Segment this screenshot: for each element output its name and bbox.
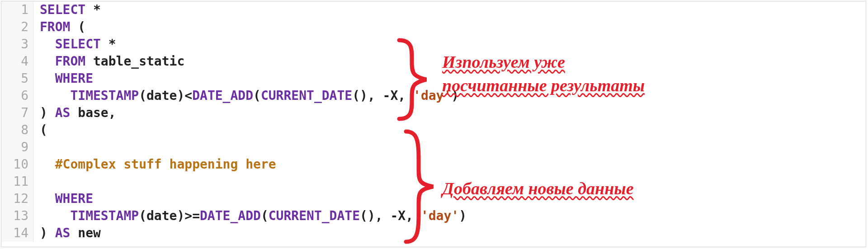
- code-line: 13 TIMESTAMP(date)>=DATE_ADD(CURRENT_DAT…: [1, 207, 866, 225]
- code-text: SELECT *: [33, 1, 866, 19]
- code-text: ) AS base,: [33, 104, 866, 122]
- code-text: FROM (: [33, 19, 866, 36]
- code-line: 10 #Complex stuff happening here: [1, 156, 866, 173]
- line-number: 2: [1, 19, 33, 36]
- code-line: 14 ) AS new: [1, 225, 866, 242]
- line-number: 13: [1, 207, 33, 225]
- code-text: #Complex stuff happening here: [33, 156, 866, 173]
- code-editor: 1 SELECT * 2 FROM ( 3 SELECT * 4 FROM ta…: [1, 1, 866, 247]
- annotation-text: посчитанные результаты: [442, 76, 645, 95]
- code-text: ) AS new: [33, 225, 866, 242]
- code-line: 8 (: [1, 122, 866, 139]
- line-number: 7: [1, 104, 33, 122]
- code-line: 5 WHERE: [1, 70, 866, 87]
- annotation-text: Добавляем новые данные: [442, 179, 634, 198]
- code-text: [33, 139, 866, 156]
- annotation-bottom: Добавляем новые данные: [442, 177, 634, 200]
- line-number: 9: [1, 139, 33, 156]
- line-number: 3: [1, 36, 33, 53]
- line-number: 6: [1, 87, 33, 104]
- code-text: (: [33, 122, 866, 139]
- code-line: 12 WHERE: [1, 190, 866, 207]
- code-line: 7 ) AS base,: [1, 104, 866, 122]
- code-block: 1 SELECT * 2 FROM ( 3 SELECT * 4 FROM ta…: [1, 1, 866, 242]
- code-text: TIMESTAMP(date)>=DATE_ADD(CURRENT_DATE()…: [33, 207, 866, 225]
- line-number: 1: [1, 1, 33, 19]
- annotation-text: Изпользуем уже: [442, 52, 565, 71]
- line-number: 14: [1, 225, 33, 242]
- code-line: 3 SELECT *: [1, 36, 866, 53]
- code-line: 6 TIMESTAMP(date)<DATE_ADD(CURRENT_DATE(…: [1, 87, 866, 104]
- line-number: 5: [1, 70, 33, 87]
- code-line: 2 FROM (: [1, 19, 866, 36]
- line-number: 12: [1, 190, 33, 207]
- code-line: 1 SELECT *: [1, 1, 866, 19]
- line-number: 8: [1, 122, 33, 139]
- code-line: 9: [1, 139, 866, 156]
- line-number: 11: [1, 173, 33, 190]
- annotation-top: Изпользуем уже посчитанные результаты: [442, 50, 645, 97]
- code-line: 11: [1, 173, 866, 190]
- line-number: 4: [1, 53, 33, 70]
- line-number: 10: [1, 156, 33, 173]
- code-line: 4 FROM table_static: [1, 53, 866, 70]
